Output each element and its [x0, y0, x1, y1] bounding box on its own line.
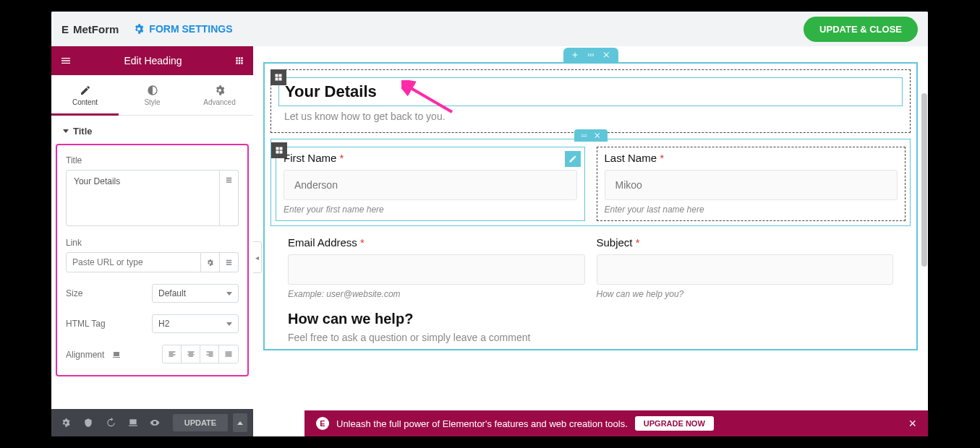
form-settings-link[interactable]: FORM SETTINGS	[133, 23, 232, 35]
align-center-button[interactable]	[182, 345, 200, 363]
sidebar-title: Edit Heading	[124, 55, 182, 66]
tab-style[interactable]: Style	[119, 75, 186, 115]
row-toolbar[interactable]	[574, 129, 608, 142]
email-help: Example: user@website.com	[288, 289, 585, 299]
close-notice-button[interactable]: ×	[908, 416, 916, 431]
responsive-icon[interactable]	[112, 350, 121, 359]
upgrade-now-button[interactable]: UPGRADE NOW	[635, 416, 714, 431]
brand-name: MetForm	[73, 23, 119, 35]
email-input[interactable]	[288, 254, 585, 285]
style-icon	[147, 85, 158, 96]
section-toolbar[interactable]	[563, 48, 618, 62]
chevron-down-icon	[226, 322, 232, 326]
settings-button[interactable]	[57, 412, 75, 434]
size-select[interactable]: Default	[152, 284, 239, 303]
alignment-label: Alignment	[66, 350, 104, 360]
subject-help: How can we help you?	[597, 289, 894, 299]
history-button[interactable]	[102, 412, 120, 434]
scrollbar-thumb[interactable]	[921, 93, 927, 267]
help-sub: Feel free to ask a question or simply le…	[288, 332, 893, 343]
link-input[interactable]	[66, 252, 201, 272]
dynamic-tags-button[interactable]	[220, 170, 239, 226]
dynamic-link-button[interactable]	[220, 252, 239, 272]
form-subheading: Let us know how to get back to you.	[284, 111, 897, 122]
caret-down-icon	[63, 129, 69, 133]
drag-icon[interactable]	[587, 51, 595, 59]
heading-widget[interactable]: Your Details	[278, 77, 903, 106]
email-label: Email Address *	[288, 236, 585, 249]
edit-column-button[interactable]	[270, 69, 286, 85]
elementor-logo-icon: E	[61, 23, 69, 35]
title-label: Title	[66, 155, 239, 165]
drag-icon[interactable]	[580, 132, 588, 139]
last-name-label: Last Name *	[605, 152, 898, 164]
gear-icon	[133, 23, 145, 35]
collapse-panel-button[interactable]: ◂	[253, 241, 262, 273]
first-name-input[interactable]	[284, 170, 577, 200]
form-settings-label: FORM SETTINGS	[149, 23, 232, 35]
edit-widget-button[interactable]	[565, 151, 581, 167]
menu-icon[interactable]	[60, 55, 72, 66]
tab-content[interactable]: Content	[51, 75, 119, 115]
subject-input[interactable]	[597, 254, 894, 285]
notice-text: Unleash the full power of Elementor's fe…	[336, 418, 628, 429]
elementor-badge-icon: E	[316, 417, 329, 430]
responsive-button[interactable]	[124, 412, 142, 434]
brand: E MetForm	[61, 23, 119, 35]
tab-advanced[interactable]: Advanced	[186, 75, 253, 115]
update-button[interactable]: UPDATE	[173, 414, 228, 431]
title-input[interactable]: Your Details	[66, 170, 220, 226]
alignment-group	[162, 345, 239, 363]
pencil-icon	[80, 85, 91, 96]
align-left-button[interactable]	[163, 345, 182, 363]
first-name-help: Enter your first name here	[284, 204, 577, 215]
navigator-button[interactable]	[80, 412, 98, 434]
help-heading: How can we help?	[288, 311, 893, 327]
section-title-toggle[interactable]: Title	[51, 116, 253, 144]
size-label: Size	[66, 288, 82, 298]
chevron-down-icon	[226, 292, 232, 296]
link-options-button[interactable]	[201, 252, 220, 272]
align-justify-button[interactable]	[219, 345, 238, 363]
close-icon[interactable]	[602, 51, 611, 59]
first-name-label: First Name *	[284, 152, 577, 164]
widgets-icon[interactable]	[234, 56, 244, 66]
last-name-input[interactable]	[605, 170, 898, 200]
close-icon[interactable]	[594, 132, 602, 139]
update-close-button[interactable]: UPDATE & CLOSE	[804, 17, 918, 42]
preview-button[interactable]	[146, 412, 164, 434]
subject-label: Subject *	[597, 236, 894, 249]
last-name-help: Enter your last name here	[605, 204, 898, 215]
cog-icon	[214, 85, 226, 96]
html-tag-label: HTML Tag	[66, 319, 106, 329]
form-heading: Your Details	[285, 82, 896, 101]
update-options-button[interactable]	[233, 413, 247, 432]
link-label: Link	[66, 238, 239, 248]
align-right-button[interactable]	[200, 345, 219, 363]
edit-column-button[interactable]	[271, 142, 287, 158]
html-tag-select[interactable]: H2	[152, 314, 239, 333]
add-icon[interactable]	[571, 51, 579, 59]
